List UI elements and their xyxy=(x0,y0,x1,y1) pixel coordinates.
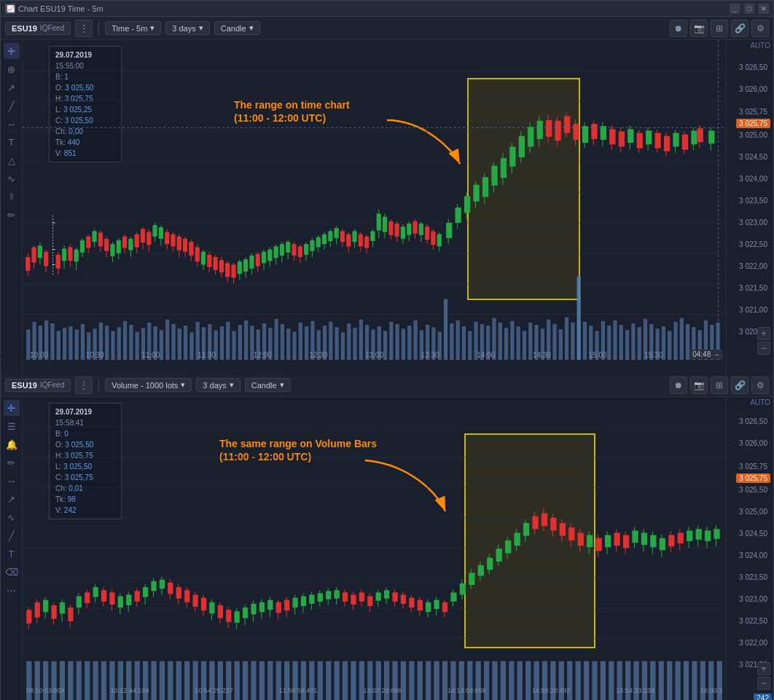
restore-btn-1[interactable]: □ xyxy=(744,4,754,14)
svg-rect-314 xyxy=(664,136,670,152)
symbol-1: ESU19 xyxy=(12,24,37,33)
svg-rect-508 xyxy=(384,590,389,598)
svg-rect-162 xyxy=(128,239,133,251)
template-btn-1[interactable]: ⊞ xyxy=(711,20,728,37)
template-btn-2[interactable]: ⊞ xyxy=(711,377,728,394)
svg-rect-218 xyxy=(298,246,302,257)
channel-tool[interactable]: ⫴ xyxy=(4,189,20,205)
svg-rect-428 xyxy=(51,605,56,619)
chart-type-label-2: Volume - 1000 lots xyxy=(112,381,178,390)
time-11-59: 11:59:58:471 xyxy=(279,687,318,694)
svg-rect-228 xyxy=(328,231,332,241)
text-tool[interactable]: T xyxy=(4,134,20,150)
chart-canvas-2[interactable]: 29.07.2019 15:58:41 B: 0 O: 3 025,50 H: … xyxy=(23,397,726,700)
replay-btn-1[interactable]: ⏺ xyxy=(670,20,687,37)
svg-rect-292 xyxy=(564,117,570,133)
symbol-more-btn-1[interactable]: ⋮ xyxy=(75,20,93,37)
svg-rect-246 xyxy=(383,217,387,232)
cursor-tool-2[interactable]: ✛ xyxy=(4,400,20,416)
minimize-btn-1[interactable]: _ xyxy=(730,4,740,14)
price2-3025-75: 3 025,75 xyxy=(739,463,770,471)
zoom-out-btn-2[interactable]: − xyxy=(757,677,770,690)
svg-rect-496 xyxy=(335,590,340,598)
cursor-tool[interactable]: ✛ xyxy=(4,43,20,59)
vol-badge-2: 242 xyxy=(754,693,772,700)
time-15-00: 15:00 xyxy=(589,351,607,359)
svg-rect-278 xyxy=(501,158,507,178)
price-3023-00: 3 023,00 xyxy=(739,219,770,227)
svg-rect-176 xyxy=(171,235,175,247)
chart-area-2: ✛ ☰ 🔔 ✏ ↔ ↗ ∿ ╱ T ⌫ ⋯ 29.07.2019 15:58:4… xyxy=(1,397,773,700)
pattern-tool[interactable]: △ xyxy=(4,152,20,168)
zoom-in-btn-1[interactable]: + xyxy=(757,327,770,340)
svg-rect-548 xyxy=(560,523,566,536)
svg-rect-424 xyxy=(35,602,40,618)
svg-rect-184 xyxy=(195,247,200,261)
chart-type-btn-1[interactable]: Time - 5m ▾ xyxy=(105,21,161,35)
fibonacci-tool-2[interactable]: ∿ xyxy=(4,509,20,525)
svg-rect-486 xyxy=(292,598,297,607)
svg-rect-232 xyxy=(340,231,345,242)
settings-btn-2[interactable]: ⚙ xyxy=(751,377,769,394)
snapshot-btn-2[interactable]: 📷 xyxy=(690,377,708,394)
svg-rect-226 xyxy=(322,235,327,245)
svg-rect-526 xyxy=(460,583,466,595)
period-btn-1[interactable]: 3 days ▾ xyxy=(165,21,209,35)
style-btn-2[interactable]: Candle ▾ xyxy=(245,378,291,392)
symbol-badge-1[interactable]: ESU19 IQFeed xyxy=(5,22,71,35)
svg-rect-220 xyxy=(304,244,308,255)
layers-tool-2[interactable]: ☰ xyxy=(4,418,20,434)
eraser-tool-2[interactable]: ⌫ xyxy=(4,564,20,580)
settings-btn-1[interactable]: ⚙ xyxy=(751,20,769,37)
text-tool-2[interactable]: T xyxy=(4,546,20,562)
svg-rect-484 xyxy=(284,600,289,611)
zoom-in-btn-2[interactable]: + xyxy=(757,662,770,675)
candlestick-svg-1 xyxy=(23,40,726,375)
brush2-tool-2[interactable]: ╱ xyxy=(4,527,20,543)
svg-rect-170 xyxy=(152,225,157,237)
svg-rect-316 xyxy=(673,133,679,147)
svg-rect-266 xyxy=(446,223,452,238)
chart-window-2: 📈 Chart ESU19 Volume - 1000 lots _ □ ✕ E… xyxy=(0,357,774,700)
svg-rect-574 xyxy=(678,533,684,544)
time-13-00: 13:00 xyxy=(365,351,383,359)
fibonacci-tool[interactable]: ∿ xyxy=(4,170,20,186)
price-3022-50: 3 022,50 xyxy=(739,240,770,248)
svg-rect-322 xyxy=(697,128,703,142)
svg-rect-494 xyxy=(326,591,331,599)
time-13-07: 13:07:20:686 xyxy=(363,687,402,694)
alert-tool-2[interactable]: 🔔 xyxy=(4,436,20,452)
more2-tool-2[interactable]: ⋯ xyxy=(4,582,20,598)
toolbar-1: ESU19 IQFeed ⋮ Time - 5m ▾ 3 days ▾ Cand… xyxy=(1,17,773,40)
close-btn-1[interactable]: ✕ xyxy=(759,4,769,14)
measure-tool[interactable]: ↔ xyxy=(4,116,20,132)
link-btn-2[interactable]: 🔗 xyxy=(731,377,748,394)
pencil-tool-2[interactable]: ✏ xyxy=(4,455,20,471)
replay-btn-2[interactable]: ⏺ xyxy=(670,377,687,394)
period-btn-2[interactable]: 3 days ▾ xyxy=(196,378,240,392)
symbol-more-btn-2[interactable]: ⋮ xyxy=(75,377,93,394)
symbol-2: ESU19 xyxy=(12,381,37,390)
snapshot-btn-1[interactable]: 📷 xyxy=(690,20,708,37)
price-3021-50: 3 021,50 xyxy=(739,284,770,292)
link-btn-1[interactable]: 🔗 xyxy=(731,20,748,37)
time-10-12: 10:12:44:199 xyxy=(111,687,149,694)
zoom-out-btn-1[interactable]: − xyxy=(757,342,770,355)
ruler-tool-2[interactable]: ↔ xyxy=(4,473,20,489)
svg-rect-524 xyxy=(450,592,456,601)
style-btn-1[interactable]: Candle ▾ xyxy=(214,21,260,35)
svg-rect-448 xyxy=(135,591,140,602)
auto-label-2: AUTO xyxy=(750,398,770,406)
line-tool[interactable]: ╱ xyxy=(4,98,20,114)
price2-3021-50: 3 022,00 xyxy=(739,639,770,647)
svg-rect-192 xyxy=(219,260,224,272)
arrow-tool[interactable]: ↗ xyxy=(4,79,20,95)
arrow-tool-2[interactable]: ↗ xyxy=(4,491,20,507)
svg-rect-200 xyxy=(243,259,248,272)
crosshair-tool[interactable]: ⊕ xyxy=(4,61,20,77)
chart-canvas-1[interactable]: 29.07.2019 15:55:00 B: 1 O: 3 025,50 H: … xyxy=(23,40,726,375)
svg-rect-212 xyxy=(280,244,284,256)
chart-type-btn-2[interactable]: Volume - 1000 lots ▾ xyxy=(105,378,192,392)
brush-tool[interactable]: ✏ xyxy=(4,207,20,223)
symbol-badge-2[interactable]: ESU19 IQFeed xyxy=(5,379,71,392)
